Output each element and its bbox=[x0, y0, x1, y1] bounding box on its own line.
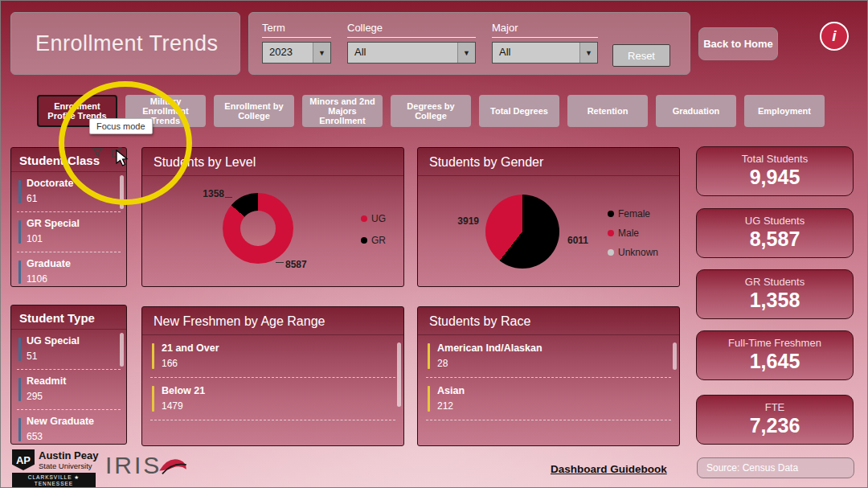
item-accent-bar bbox=[152, 386, 154, 412]
legend-item-ug[interactable]: UG bbox=[361, 212, 386, 225]
tab-retention[interactable]: Retention bbox=[567, 95, 648, 127]
list-item[interactable]: American Ind/Alaskan 28 bbox=[426, 335, 671, 378]
list-item[interactable]: Asian 212 bbox=[426, 378, 671, 420]
kpi-label: FTE bbox=[697, 401, 853, 413]
students-by-level-panel: Students by Level 1358 8587 UG GR bbox=[141, 147, 404, 287]
list-item[interactable]: 21 and Over 166 bbox=[150, 335, 395, 378]
focus-mode-tooltip: Focus mode bbox=[89, 118, 153, 134]
list-item[interactable]: UG Special 51 bbox=[17, 330, 121, 370]
item-value: 101 bbox=[27, 233, 119, 244]
page-title: Enrollment Trends bbox=[11, 13, 240, 74]
legend-label: UG bbox=[371, 212, 386, 225]
tab-degrees-by-college[interactable]: Degrees by College bbox=[391, 95, 471, 127]
iris-logo: IRIS bbox=[105, 451, 189, 480]
visual-header-toolbar bbox=[91, 146, 124, 159]
students-by-level-title: Students by Level bbox=[142, 148, 403, 176]
scrollbar[interactable] bbox=[673, 342, 677, 370]
dashboard-guidebook-link[interactable]: Dashboard Guidebook bbox=[551, 463, 667, 475]
scrollbar[interactable] bbox=[397, 342, 401, 407]
chevron-down-icon: ▼ bbox=[457, 43, 475, 63]
university-name: Austin Peay bbox=[39, 450, 98, 461]
students-by-gender-pie[interactable] bbox=[485, 195, 559, 269]
new-freshmen-age-title: New Freshmen by Age Range bbox=[142, 307, 403, 335]
student-type-title: Student Type bbox=[11, 306, 126, 330]
item-label: Asian bbox=[437, 385, 668, 396]
level-legend: UG GR bbox=[361, 212, 386, 256]
filters-box: Term 2023 ▼ College All ▼ Major All ▼ Re… bbox=[248, 12, 690, 75]
major-label: Major bbox=[492, 22, 598, 38]
list-item[interactable]: Readmit 295 bbox=[17, 370, 121, 410]
legend-item-gr[interactable]: GR bbox=[361, 234, 386, 247]
list-item[interactable]: Below 21 1479 bbox=[150, 378, 395, 420]
item-value: 653 bbox=[27, 431, 119, 442]
female-data-label: 6011 bbox=[567, 235, 588, 246]
item-label: 21 and Over bbox=[162, 342, 392, 354]
tab-enrollment-by-college[interactable]: Enrollment by College bbox=[214, 95, 294, 127]
list-item[interactable]: New Graduate 653 bbox=[17, 410, 121, 445]
item-label: UG Special bbox=[27, 335, 119, 347]
item-label: Readmit bbox=[27, 375, 119, 387]
list-item[interactable]: Graduate 1106 bbox=[17, 252, 121, 287]
gr-data-label: 1358 bbox=[189, 188, 224, 199]
kpi-value: 7,236 bbox=[697, 414, 853, 437]
students-by-level-donut[interactable] bbox=[223, 193, 293, 264]
leader-line bbox=[225, 197, 232, 198]
kpi-value: 1,645 bbox=[697, 350, 853, 373]
female-color-dot bbox=[608, 211, 614, 217]
college-dropdown[interactable]: All ▼ bbox=[347, 42, 476, 64]
major-dropdown[interactable]: All ▼ bbox=[492, 42, 598, 64]
kpi-value: 1,358 bbox=[697, 289, 853, 312]
item-value: 166 bbox=[162, 358, 392, 369]
male-color-dot bbox=[608, 230, 614, 236]
male-data-label: 3919 bbox=[442, 215, 479, 227]
legend-label: Unknown bbox=[618, 246, 658, 259]
donut-hole bbox=[240, 211, 276, 246]
major-filter: Major All ▼ bbox=[492, 22, 598, 64]
item-value: 28 bbox=[437, 358, 668, 369]
list-item[interactable]: GR Special 101 bbox=[17, 212, 121, 252]
unknown-color-dot bbox=[608, 249, 614, 256]
filter-icon[interactable] bbox=[91, 146, 104, 159]
college-filter: College All ▼ bbox=[347, 22, 476, 64]
gender-legend: Female Male Unknown bbox=[608, 207, 658, 265]
students-by-gender-panel: Students by Gender 3919 6011 Female Male… bbox=[417, 147, 680, 287]
scrollbar[interactable] bbox=[120, 175, 124, 209]
scrollbar[interactable] bbox=[120, 333, 124, 367]
kpi-total-students: Total Students 9,945 bbox=[696, 146, 854, 196]
kpi-gr-students: GR Students 1,358 bbox=[696, 269, 854, 319]
item-accent-bar bbox=[428, 343, 430, 369]
item-accent-bar bbox=[152, 343, 154, 369]
tab-employment[interactable]: Employment bbox=[744, 95, 825, 127]
item-accent-bar bbox=[428, 386, 430, 412]
tab-total-degrees[interactable]: Total Degrees bbox=[479, 95, 559, 127]
item-accent-bar bbox=[18, 378, 21, 401]
legend-item-female[interactable]: Female bbox=[608, 207, 658, 220]
legend-item-unknown[interactable]: Unknown bbox=[608, 246, 658, 259]
info-icon[interactable]: i bbox=[820, 22, 849, 51]
kpi-label: Full-Time Freshmen bbox=[697, 337, 853, 349]
item-accent-bar bbox=[18, 220, 21, 244]
tab-minors-2nd-majors[interactable]: Minors and 2nd Majors Enrollment bbox=[302, 95, 383, 127]
leader-line bbox=[276, 262, 284, 263]
student-class-panel: Student Class Doctorate 61 GR Special 10… bbox=[10, 147, 127, 287]
ug-color-dot bbox=[361, 215, 367, 222]
item-value: 51 bbox=[27, 351, 119, 362]
list-item[interactable]: Doctorate 61 bbox=[17, 172, 121, 212]
kpi-label: UG Students bbox=[697, 215, 853, 227]
focus-mode-icon[interactable] bbox=[110, 146, 124, 159]
back-to-home-button[interactable]: Back to Home bbox=[698, 27, 778, 60]
item-label: American Ind/Alaskan bbox=[437, 342, 668, 354]
legend-item-male[interactable]: Male bbox=[608, 227, 658, 240]
kpi-ug-students: UG Students 8,587 bbox=[696, 208, 854, 258]
item-label: New Graduate bbox=[27, 416, 119, 427]
term-dropdown[interactable]: 2023 ▼ bbox=[262, 42, 331, 64]
chevron-down-icon: ▼ bbox=[313, 43, 330, 63]
item-accent-bar bbox=[18, 418, 21, 441]
term-label: Term bbox=[262, 22, 331, 38]
kpi-fulltime-freshmen: Full-Time Freshmen 1,645 bbox=[696, 330, 854, 380]
dashboard-title-box: Enrollment Trends bbox=[10, 12, 240, 75]
bird-icon bbox=[157, 454, 189, 480]
iris-wordmark: IRIS bbox=[105, 452, 162, 479]
reset-button[interactable]: Reset bbox=[612, 44, 670, 67]
tab-graduation[interactable]: Graduation bbox=[656, 95, 736, 127]
